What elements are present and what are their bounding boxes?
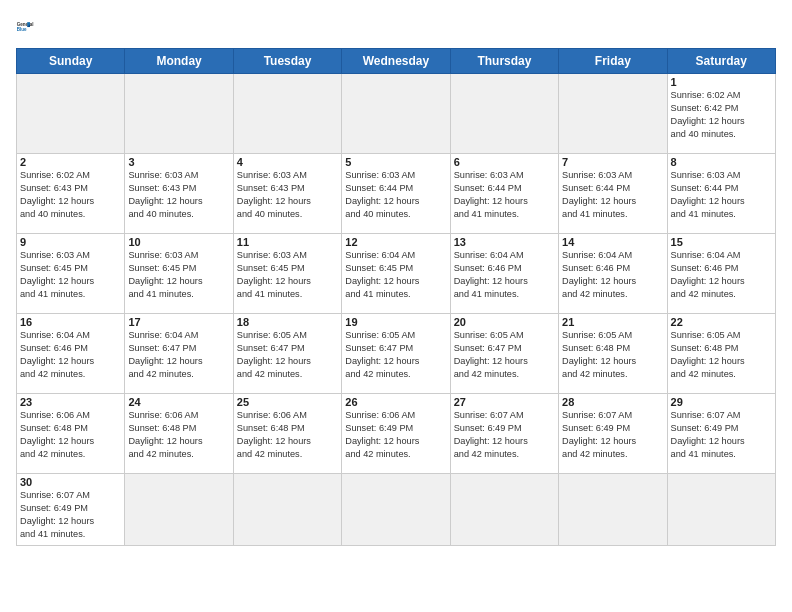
day-cell: 17Sunrise: 6:04 AMSunset: 6:47 PMDayligh… [125,314,233,394]
day-cell: 25Sunrise: 6:06 AMSunset: 6:48 PMDayligh… [233,394,341,474]
logo: General Blue [16,12,44,40]
day-info: Sunrise: 6:03 AMSunset: 6:45 PMDaylight:… [237,249,338,301]
day-cell: 3Sunrise: 6:03 AMSunset: 6:43 PMDaylight… [125,154,233,234]
day-cell: 1Sunrise: 6:02 AMSunset: 6:42 PMDaylight… [667,74,775,154]
day-info: Sunrise: 6:06 AMSunset: 6:48 PMDaylight:… [20,409,121,461]
day-info: Sunrise: 6:03 AMSunset: 6:44 PMDaylight:… [671,169,772,221]
day-cell: 14Sunrise: 6:04 AMSunset: 6:46 PMDayligh… [559,234,667,314]
day-cell [450,74,558,154]
week-row-3: 9Sunrise: 6:03 AMSunset: 6:45 PMDaylight… [17,234,776,314]
day-header-thursday: Thursday [450,49,558,74]
day-number: 12 [345,236,446,248]
day-number: 1 [671,76,772,88]
day-info: Sunrise: 6:05 AMSunset: 6:48 PMDaylight:… [671,329,772,381]
day-header-friday: Friday [559,49,667,74]
day-info: Sunrise: 6:06 AMSunset: 6:48 PMDaylight:… [237,409,338,461]
day-info: Sunrise: 6:07 AMSunset: 6:49 PMDaylight:… [562,409,663,461]
day-info: Sunrise: 6:04 AMSunset: 6:46 PMDaylight:… [20,329,121,381]
day-cell [342,74,450,154]
page: General Blue SundayMondayTuesdayWednesda… [0,0,792,612]
day-number: 27 [454,396,555,408]
day-cell: 7Sunrise: 6:03 AMSunset: 6:44 PMDaylight… [559,154,667,234]
svg-text:Blue: Blue [17,27,27,32]
day-cell: 15Sunrise: 6:04 AMSunset: 6:46 PMDayligh… [667,234,775,314]
day-info: Sunrise: 6:05 AMSunset: 6:48 PMDaylight:… [562,329,663,381]
day-number: 23 [20,396,121,408]
day-number: 8 [671,156,772,168]
day-number: 10 [128,236,229,248]
day-cell: 9Sunrise: 6:03 AMSunset: 6:45 PMDaylight… [17,234,125,314]
day-number: 11 [237,236,338,248]
day-cell: 23Sunrise: 6:06 AMSunset: 6:48 PMDayligh… [17,394,125,474]
day-number: 4 [237,156,338,168]
day-info: Sunrise: 6:02 AMSunset: 6:42 PMDaylight:… [671,89,772,141]
day-info: Sunrise: 6:03 AMSunset: 6:44 PMDaylight:… [562,169,663,221]
day-cell: 19Sunrise: 6:05 AMSunset: 6:47 PMDayligh… [342,314,450,394]
day-number: 17 [128,316,229,328]
day-number: 7 [562,156,663,168]
day-info: Sunrise: 6:04 AMSunset: 6:46 PMDaylight:… [562,249,663,301]
day-cell: 20Sunrise: 6:05 AMSunset: 6:47 PMDayligh… [450,314,558,394]
week-row-6: 30Sunrise: 6:07 AMSunset: 6:49 PMDayligh… [17,474,776,546]
header-row: SundayMondayTuesdayWednesdayThursdayFrid… [17,49,776,74]
day-cell [450,474,558,546]
calendar-table: SundayMondayTuesdayWednesdayThursdayFrid… [16,48,776,546]
day-info: Sunrise: 6:03 AMSunset: 6:45 PMDaylight:… [20,249,121,301]
week-row-1: 1Sunrise: 6:02 AMSunset: 6:42 PMDaylight… [17,74,776,154]
day-header-wednesday: Wednesday [342,49,450,74]
day-cell [125,474,233,546]
day-cell [559,474,667,546]
day-cell: 12Sunrise: 6:04 AMSunset: 6:45 PMDayligh… [342,234,450,314]
day-cell: 16Sunrise: 6:04 AMSunset: 6:46 PMDayligh… [17,314,125,394]
day-number: 30 [20,476,121,488]
day-cell [342,474,450,546]
day-cell: 18Sunrise: 6:05 AMSunset: 6:47 PMDayligh… [233,314,341,394]
day-number: 25 [237,396,338,408]
day-header-sunday: Sunday [17,49,125,74]
day-number: 28 [562,396,663,408]
day-number: 9 [20,236,121,248]
day-number: 20 [454,316,555,328]
day-cell: 21Sunrise: 6:05 AMSunset: 6:48 PMDayligh… [559,314,667,394]
day-cell: 4Sunrise: 6:03 AMSunset: 6:43 PMDaylight… [233,154,341,234]
day-number: 18 [237,316,338,328]
day-number: 15 [671,236,772,248]
day-cell: 8Sunrise: 6:03 AMSunset: 6:44 PMDaylight… [667,154,775,234]
day-header-saturday: Saturday [667,49,775,74]
day-number: 29 [671,396,772,408]
day-header-tuesday: Tuesday [233,49,341,74]
week-row-4: 16Sunrise: 6:04 AMSunset: 6:46 PMDayligh… [17,314,776,394]
day-cell: 6Sunrise: 6:03 AMSunset: 6:44 PMDaylight… [450,154,558,234]
day-cell: 11Sunrise: 6:03 AMSunset: 6:45 PMDayligh… [233,234,341,314]
day-number: 19 [345,316,446,328]
day-cell: 5Sunrise: 6:03 AMSunset: 6:44 PMDaylight… [342,154,450,234]
day-cell: 26Sunrise: 6:06 AMSunset: 6:49 PMDayligh… [342,394,450,474]
day-cell [667,474,775,546]
day-info: Sunrise: 6:03 AMSunset: 6:44 PMDaylight:… [454,169,555,221]
day-cell: 13Sunrise: 6:04 AMSunset: 6:46 PMDayligh… [450,234,558,314]
day-info: Sunrise: 6:04 AMSunset: 6:47 PMDaylight:… [128,329,229,381]
day-number: 2 [20,156,121,168]
svg-text:General: General [17,22,34,27]
day-cell [233,74,341,154]
day-cell: 2Sunrise: 6:02 AMSunset: 6:43 PMDaylight… [17,154,125,234]
day-number: 14 [562,236,663,248]
day-number: 13 [454,236,555,248]
day-cell: 29Sunrise: 6:07 AMSunset: 6:49 PMDayligh… [667,394,775,474]
day-number: 6 [454,156,555,168]
day-number: 26 [345,396,446,408]
day-number: 16 [20,316,121,328]
day-cell: 10Sunrise: 6:03 AMSunset: 6:45 PMDayligh… [125,234,233,314]
day-cell: 22Sunrise: 6:05 AMSunset: 6:48 PMDayligh… [667,314,775,394]
day-info: Sunrise: 6:03 AMSunset: 6:43 PMDaylight:… [237,169,338,221]
day-cell [233,474,341,546]
day-info: Sunrise: 6:04 AMSunset: 6:46 PMDaylight:… [671,249,772,301]
day-cell: 30Sunrise: 6:07 AMSunset: 6:49 PMDayligh… [17,474,125,546]
day-cell [559,74,667,154]
day-info: Sunrise: 6:07 AMSunset: 6:49 PMDaylight:… [671,409,772,461]
day-number: 24 [128,396,229,408]
day-cell: 24Sunrise: 6:06 AMSunset: 6:48 PMDayligh… [125,394,233,474]
day-info: Sunrise: 6:05 AMSunset: 6:47 PMDaylight:… [237,329,338,381]
day-info: Sunrise: 6:04 AMSunset: 6:46 PMDaylight:… [454,249,555,301]
day-info: Sunrise: 6:03 AMSunset: 6:45 PMDaylight:… [128,249,229,301]
